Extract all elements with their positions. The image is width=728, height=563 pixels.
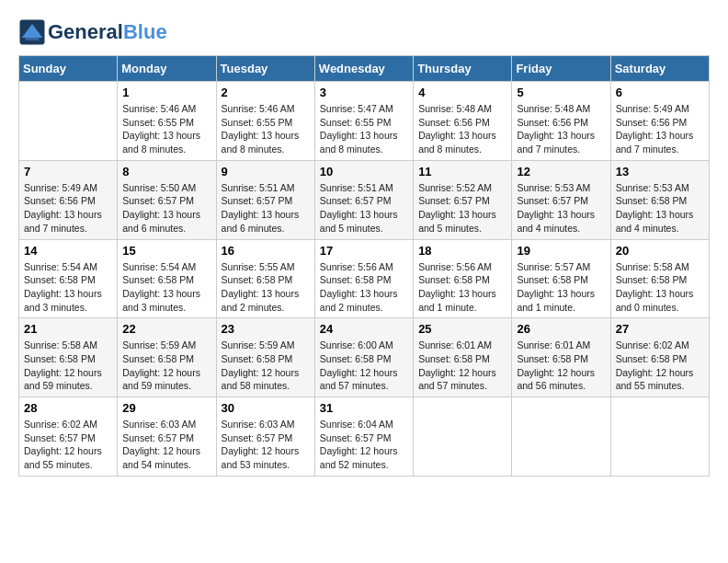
- day-info: Sunrise: 5:46 AMSunset: 6:55 PMDaylight:…: [222, 102, 310, 156]
- header-cell-thursday: Thursday: [414, 56, 512, 82]
- day-info: Sunrise: 5:47 AMSunset: 6:55 PMDaylight:…: [320, 102, 408, 156]
- header-cell-wednesday: Wednesday: [314, 56, 413, 82]
- header-cell-tuesday: Tuesday: [216, 56, 314, 82]
- day-info: Sunrise: 6:03 AMSunset: 6:57 PMDaylight:…: [222, 418, 310, 472]
- day-number: 17: [320, 244, 408, 258]
- day-cell: 17Sunrise: 5:56 AMSunset: 6:58 PMDayligh…: [314, 239, 413, 318]
- week-row-2: 7Sunrise: 5:49 AMSunset: 6:56 PMDaylight…: [19, 160, 710, 239]
- week-row-5: 28Sunrise: 6:02 AMSunset: 6:57 PMDayligh…: [19, 397, 710, 477]
- day-cell: 29Sunrise: 6:03 AMSunset: 6:57 PMDayligh…: [118, 397, 216, 477]
- day-number: 24: [320, 322, 408, 336]
- day-number: 2: [222, 86, 310, 99]
- day-info: Sunrise: 6:00 AMSunset: 6:58 PMDaylight:…: [320, 339, 408, 393]
- day-number: 28: [24, 401, 112, 415]
- day-info: Sunrise: 5:51 AMSunset: 6:57 PMDaylight:…: [222, 181, 310, 236]
- day-number: 5: [517, 86, 605, 99]
- day-cell: 30Sunrise: 6:03 AMSunset: 6:57 PMDayligh…: [216, 397, 314, 477]
- day-number: 19: [517, 244, 605, 258]
- day-cell: 18Sunrise: 5:56 AMSunset: 6:58 PMDayligh…: [414, 239, 512, 318]
- week-row-3: 14Sunrise: 5:54 AMSunset: 6:58 PMDayligh…: [19, 239, 710, 318]
- day-cell: 4Sunrise: 5:48 AMSunset: 6:56 PMDaylight…: [414, 82, 512, 161]
- day-info: Sunrise: 5:59 AMSunset: 6:58 PMDaylight:…: [122, 339, 210, 393]
- day-info: Sunrise: 6:02 AMSunset: 6:57 PMDaylight:…: [24, 418, 112, 472]
- svg-rect-2: [26, 34, 40, 41]
- day-info: Sunrise: 6:04 AMSunset: 6:57 PMDaylight:…: [320, 418, 408, 472]
- day-info: Sunrise: 6:01 AMSunset: 6:58 PMDaylight:…: [517, 339, 605, 393]
- day-info: Sunrise: 5:49 AMSunset: 6:56 PMDaylight:…: [616, 102, 704, 156]
- day-cell: 13Sunrise: 5:53 AMSunset: 6:58 PMDayligh…: [610, 160, 709, 239]
- day-cell: 21Sunrise: 5:58 AMSunset: 6:58 PMDayligh…: [19, 318, 118, 397]
- calendar-body: 1Sunrise: 5:46 AMSunset: 6:55 PMDaylight…: [19, 82, 710, 477]
- day-info: Sunrise: 5:48 AMSunset: 6:56 PMDaylight:…: [517, 102, 605, 156]
- day-number: 22: [122, 322, 210, 336]
- day-info: Sunrise: 5:52 AMSunset: 6:57 PMDaylight:…: [418, 181, 506, 236]
- day-info: Sunrise: 5:48 AMSunset: 6:56 PMDaylight:…: [418, 102, 506, 156]
- day-number: 12: [517, 165, 605, 178]
- day-info: Sunrise: 5:58 AMSunset: 6:58 PMDaylight:…: [24, 339, 112, 393]
- day-info: Sunrise: 5:53 AMSunset: 6:57 PMDaylight:…: [517, 181, 605, 236]
- day-cell: 22Sunrise: 5:59 AMSunset: 6:58 PMDayligh…: [118, 318, 216, 397]
- day-info: Sunrise: 5:49 AMSunset: 6:56 PMDaylight:…: [24, 181, 112, 236]
- day-cell: [610, 397, 709, 477]
- day-info: Sunrise: 5:59 AMSunset: 6:58 PMDaylight:…: [222, 339, 310, 393]
- day-number: 31: [320, 401, 408, 415]
- day-number: 23: [222, 322, 310, 336]
- day-cell: 14Sunrise: 5:54 AMSunset: 6:58 PMDayligh…: [19, 239, 118, 318]
- day-info: Sunrise: 5:54 AMSunset: 6:58 PMDaylight:…: [122, 260, 210, 315]
- logo: GeneralBlue: [18, 18, 167, 46]
- day-number: 20: [616, 244, 704, 258]
- calendar-header: SundayMondayTuesdayWednesdayThursdayFrid…: [19, 56, 710, 82]
- day-cell: 3Sunrise: 5:47 AMSunset: 6:55 PMDaylight…: [314, 82, 413, 161]
- day-number: 9: [222, 165, 310, 178]
- day-cell: 10Sunrise: 5:51 AMSunset: 6:57 PMDayligh…: [314, 160, 413, 239]
- day-cell: 1Sunrise: 5:46 AMSunset: 6:55 PMDaylight…: [118, 82, 216, 161]
- page-header: GeneralBlue: [18, 18, 710, 46]
- header-cell-saturday: Saturday: [610, 56, 709, 82]
- day-cell: 8Sunrise: 5:50 AMSunset: 6:57 PMDaylight…: [118, 160, 216, 239]
- day-number: 18: [418, 244, 506, 258]
- day-number: 8: [122, 165, 210, 178]
- day-cell: 24Sunrise: 6:00 AMSunset: 6:58 PMDayligh…: [314, 318, 413, 397]
- day-info: Sunrise: 5:56 AMSunset: 6:58 PMDaylight:…: [418, 260, 506, 315]
- day-cell: 7Sunrise: 5:49 AMSunset: 6:56 PMDaylight…: [19, 160, 118, 239]
- day-number: 16: [222, 244, 310, 258]
- day-cell: 2Sunrise: 5:46 AMSunset: 6:55 PMDaylight…: [216, 82, 314, 161]
- header-cell-monday: Monday: [118, 56, 216, 82]
- day-info: Sunrise: 5:58 AMSunset: 6:58 PMDaylight:…: [616, 260, 704, 315]
- day-cell: 27Sunrise: 6:02 AMSunset: 6:58 PMDayligh…: [610, 318, 709, 397]
- day-number: 1: [122, 86, 210, 99]
- day-info: Sunrise: 5:57 AMSunset: 6:58 PMDaylight:…: [517, 260, 605, 315]
- day-number: 25: [418, 322, 506, 336]
- logo-icon: [18, 18, 46, 46]
- day-cell: 20Sunrise: 5:58 AMSunset: 6:58 PMDayligh…: [610, 239, 709, 318]
- day-number: 3: [320, 86, 408, 99]
- day-cell: 19Sunrise: 5:57 AMSunset: 6:58 PMDayligh…: [512, 239, 610, 318]
- day-cell: 25Sunrise: 6:01 AMSunset: 6:58 PMDayligh…: [414, 318, 512, 397]
- day-cell: 28Sunrise: 6:02 AMSunset: 6:57 PMDayligh…: [19, 397, 118, 477]
- day-cell: 23Sunrise: 5:59 AMSunset: 6:58 PMDayligh…: [216, 318, 314, 397]
- day-cell: 5Sunrise: 5:48 AMSunset: 6:56 PMDaylight…: [512, 82, 610, 161]
- day-number: 14: [24, 244, 112, 258]
- day-cell: [19, 82, 118, 161]
- day-info: Sunrise: 5:46 AMSunset: 6:55 PMDaylight:…: [122, 102, 210, 156]
- header-row: SundayMondayTuesdayWednesdayThursdayFrid…: [19, 56, 710, 82]
- day-cell: 15Sunrise: 5:54 AMSunset: 6:58 PMDayligh…: [118, 239, 216, 318]
- header-cell-friday: Friday: [512, 56, 610, 82]
- calendar-table: SundayMondayTuesdayWednesdayThursdayFrid…: [18, 55, 710, 477]
- day-info: Sunrise: 5:53 AMSunset: 6:58 PMDaylight:…: [616, 181, 704, 236]
- day-cell: 12Sunrise: 5:53 AMSunset: 6:57 PMDayligh…: [512, 160, 610, 239]
- week-row-4: 21Sunrise: 5:58 AMSunset: 6:58 PMDayligh…: [19, 318, 710, 397]
- day-number: 26: [517, 322, 605, 336]
- day-cell: 26Sunrise: 6:01 AMSunset: 6:58 PMDayligh…: [512, 318, 610, 397]
- day-number: 7: [24, 165, 112, 178]
- day-number: 30: [222, 401, 310, 415]
- day-number: 15: [122, 244, 210, 258]
- day-cell: [512, 397, 610, 477]
- day-number: 27: [616, 322, 704, 336]
- day-cell: 9Sunrise: 5:51 AMSunset: 6:57 PMDaylight…: [216, 160, 314, 239]
- day-info: Sunrise: 6:02 AMSunset: 6:58 PMDaylight:…: [616, 339, 704, 393]
- day-number: 21: [24, 322, 112, 336]
- header-cell-sunday: Sunday: [19, 56, 118, 82]
- day-cell: 6Sunrise: 5:49 AMSunset: 6:56 PMDaylight…: [610, 82, 709, 161]
- day-info: Sunrise: 5:54 AMSunset: 6:58 PMDaylight:…: [24, 260, 112, 315]
